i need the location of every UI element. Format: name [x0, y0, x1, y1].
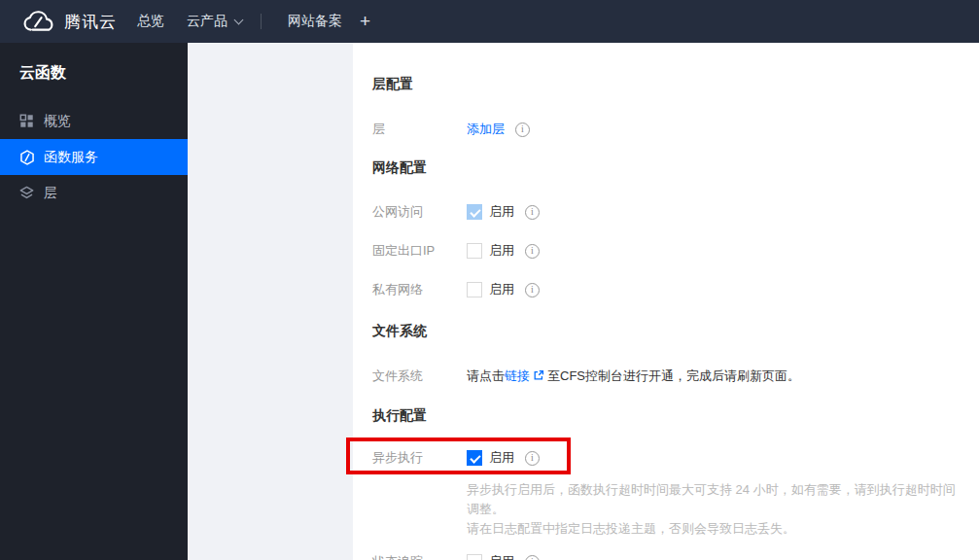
function-config-panel: 层配置 层 添加层 i 网络配置 公网访问 启用 i 固定出口IP 启用 i 私…: [353, 43, 979, 560]
section-heading-network-config: 网络配置: [372, 160, 960, 174]
sidebar: 云函数 概览 函数服务 层: [0, 43, 188, 560]
filesystem-instruction: 请点击链接至CFS控制台进行开通，完成后请刷新页面。: [467, 368, 800, 385]
info-icon[interactable]: i: [525, 244, 540, 259]
enable-label: 启用: [489, 553, 514, 560]
sidebar-item-layers[interactable]: 层: [0, 175, 188, 211]
helper-line: 异步执行启用后，函数执行超时时间最大可支持 24 小时，如有需要，请到执行超时时…: [467, 480, 960, 519]
info-icon[interactable]: i: [525, 555, 540, 560]
checkbox-fixed-ip[interactable]: [467, 243, 482, 259]
brand-text: 腾讯云: [64, 11, 117, 33]
row-label: 公网访问: [372, 204, 467, 220]
topbar: 腾讯云 总览 云产品 网站备案 +: [0, 0, 979, 43]
sidebar-item-label: 概览: [44, 113, 71, 130]
row-label: 异步执行: [372, 450, 467, 466]
add-tab-button[interactable]: +: [360, 11, 370, 32]
nav-divider: [261, 14, 262, 29]
layers-icon: [19, 186, 35, 201]
enable-label: 启用: [489, 281, 514, 298]
section-heading-layer-config: 层配置: [372, 77, 960, 90]
nav-item-overview[interactable]: 总览: [137, 13, 164, 30]
tencent-cloud-logo[interactable]: 腾讯云: [0, 10, 117, 33]
info-icon[interactable]: i: [525, 283, 540, 298]
row-label: 状态追踪: [372, 554, 467, 560]
sidebar-item-label: 层: [44, 185, 57, 202]
form-row-public-access: 公网访问 启用 i: [372, 203, 960, 221]
checkbox-public-access[interactable]: [467, 204, 482, 220]
chevron-down-icon: [234, 15, 244, 24]
secondary-panel-gutter: [188, 43, 353, 560]
info-icon[interactable]: i: [515, 122, 530, 137]
enable-label: 启用: [489, 242, 514, 260]
function-icon: [19, 150, 35, 165]
async-helper-text: 异步执行启用后，函数执行超时时间最大可支持 24 小时，如有需要，请到执行超时时…: [467, 480, 960, 539]
nav-item-cloud-products[interactable]: 云产品: [187, 13, 242, 30]
cloud-logo-icon: [21, 10, 54, 33]
grid-icon: [19, 114, 35, 129]
enable-label: 启用: [489, 449, 514, 467]
checkbox-vpc[interactable]: [467, 282, 482, 298]
add-layer-link[interactable]: 添加层: [467, 121, 505, 138]
external-link-icon: [533, 369, 544, 384]
row-label: 文件系统: [372, 368, 467, 384]
row-label: 固定出口IP: [372, 243, 467, 259]
form-row-vpc: 私有网络 启用 i: [372, 281, 960, 298]
helper-line: 请在日志配置中指定日志投递主题，否则会导致日志丢失。: [467, 519, 960, 539]
checkbox-status-trace[interactable]: [467, 554, 482, 560]
form-row-layer: 层 添加层 i: [372, 121, 960, 138]
form-row-filesystem: 文件系统 请点击链接至CFS控制台进行开通，完成后请刷新页面。: [372, 368, 960, 385]
form-row-async-execution: 异步执行 启用 i: [372, 449, 960, 467]
form-row-fixed-ip: 固定出口IP 启用 i: [372, 242, 960, 260]
row-label: 私有网络: [372, 282, 467, 298]
info-icon[interactable]: i: [525, 205, 540, 220]
sidebar-item-function-service[interactable]: 函数服务: [0, 139, 188, 175]
info-icon[interactable]: i: [525, 451, 540, 466]
cfs-console-link[interactable]: 链接: [505, 368, 530, 383]
form-row-status-trace: 状态追踪 启用 i: [372, 553, 960, 560]
sidebar-item-overview[interactable]: 概览: [0, 103, 188, 139]
enable-label: 启用: [489, 203, 514, 221]
section-heading-filesystem: 文件系统: [372, 324, 960, 337]
sidebar-title: 云函数: [0, 43, 188, 103]
checkbox-async-execution[interactable]: [467, 450, 482, 466]
sidebar-item-label: 函数服务: [44, 149, 98, 166]
nav-item-icp-record[interactable]: 网站备案: [288, 13, 342, 30]
row-label: 层: [372, 122, 467, 137]
section-heading-execution-config: 执行配置: [372, 408, 960, 422]
